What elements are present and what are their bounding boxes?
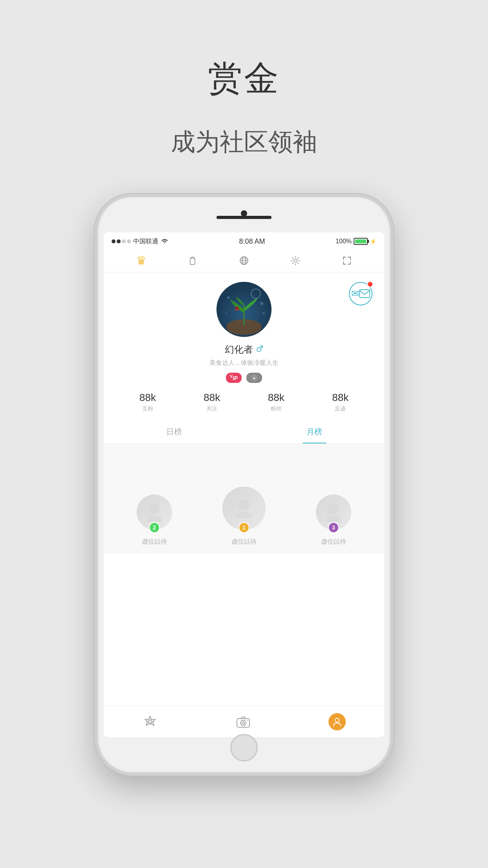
avatar-image [216,282,272,337]
svg-point-21 [238,500,250,511]
rank-avatar-1: 1 [222,487,266,530]
speaker [216,216,272,219]
gender-icon [256,345,263,354]
footprints-label: 足迹 [335,405,346,412]
globe-nav-item[interactable] [238,255,250,266]
status-right: 100% ⚡ [336,238,376,245]
battery-percent: 100% [336,238,352,245]
mutual-follow-label: 互粉 [142,405,153,412]
rank-avatar-2: 2 [137,495,172,530]
svg-point-28 [240,720,246,726]
svg-point-29 [242,722,244,724]
following-label: 关注 [206,405,217,412]
rank-item-3[interactable]: 3 虚位以待 [316,495,351,546]
ranking-tabs: 日榜 月榜 [104,420,384,444]
signal-dot-4 [127,239,131,243]
wifi-icon [161,238,169,245]
user-avatar[interactable] [216,282,272,337]
scan-nav-item[interactable] [341,255,352,266]
vip-badge: VIP [226,373,242,383]
stats-row: 88k 互粉 88k 关注 88k 粉丝 88k 足迹 [112,392,376,412]
bottom-tab-home[interactable] [142,714,158,730]
rank-name-1: 虚位以待 [231,538,257,546]
bottom-tab-camera[interactable] [235,714,251,730]
battery-fill [355,239,366,243]
svg-point-22 [328,504,339,515]
home-button[interactable] [230,734,258,761]
home-icon [142,714,158,730]
stat-followers[interactable]: 88k 粉丝 [268,392,284,412]
tab-daily[interactable]: 日榜 [104,420,244,443]
bag-nav-item[interactable] [187,255,198,266]
rank-name-3: 虚位以待 [321,538,346,546]
battery-box [354,238,368,245]
power-button [390,346,393,394]
svg-point-20 [149,504,160,515]
svg-point-15 [226,313,227,314]
ranking-section: 2 虚位以待 1 虚位以待 [104,444,384,554]
rank-avatar-3: 3 [316,495,351,530]
crown-nav-item[interactable]: ♛ [136,254,147,267]
svg-rect-30 [247,720,248,721]
user-bio: 美食达人，体验冷暖人生 [209,359,279,367]
followers-label: 粉丝 [271,405,282,412]
bag-icon [187,255,198,266]
username: 幻化者 [225,343,263,356]
bottom-tab-bar [104,706,384,737]
svg-text:●: ● [253,376,255,380]
signal-strength [112,239,131,243]
level-badge: ● [246,373,262,383]
carrier-name: 中国联通 [133,237,158,246]
status-left: 中国联通 [112,237,169,246]
profile-icon [328,713,346,730]
volume-up-button [95,331,98,362]
crown-icon: ♛ [136,254,147,267]
globe-icon [238,255,250,266]
signal-dot-2 [117,239,121,243]
signal-dot-1 [112,239,116,243]
rank-badge-2: 2 [149,522,160,533]
stat-following[interactable]: 88k 关注 [204,392,220,412]
tab-monthly[interactable]: 月榜 [244,420,384,443]
svg-point-9 [235,307,239,311]
message-button[interactable] [349,282,372,305]
svg-point-5 [294,259,297,262]
footprints-count: 88k [332,392,349,404]
svg-point-11 [237,308,238,309]
settings-icon [290,255,301,266]
svg-point-16 [263,313,265,314]
profile-section: 幻化者 美食达人，体验冷暖人生 VIP [104,272,384,420]
rank-badge-1: 1 [238,522,250,533]
mute-button [95,299,98,319]
svg-point-13 [227,296,229,299]
rank-item-2[interactable]: 2 虚位以待 [137,495,172,546]
battery-indicator [354,238,368,245]
followers-count: 88k [268,392,284,404]
scan-icon [341,255,352,266]
rank-name-2: 虚位以待 [142,538,167,546]
rank-badge-3: 3 [328,522,339,533]
camera-icon [235,714,251,730]
svg-rect-6 [360,290,370,298]
page-subtitle: 成为社区领袖 [171,125,317,158]
charging-icon: ⚡ [370,238,376,245]
volume-down-button [95,370,98,401]
following-count: 88k [204,392,220,404]
rank-item-1[interactable]: 1 虚位以待 [222,487,266,546]
mutual-follow-count: 88k [139,392,156,404]
envelope-icon [359,289,370,298]
status-bar: 中国联通 8:08 AM 100% ⚡ [104,232,384,249]
message-badge [367,281,373,287]
stat-mutual-follow[interactable]: 88k 互粉 [139,392,156,412]
nav-icons-row: ♛ [104,249,384,272]
settings-nav-item[interactable] [290,255,301,266]
svg-point-14 [260,302,263,305]
page-title: 赏金 [208,55,280,102]
svg-point-10 [236,308,237,309]
stat-footprints[interactable]: 88k 足迹 [332,392,349,412]
bottom-tab-profile[interactable] [328,713,346,730]
phone-mockup: 中国联通 8:08 AM 100% ⚡ [95,194,393,776]
signal-dot-3 [122,239,126,243]
user-badges: VIP ● [226,373,262,383]
phone-screen: 中国联通 8:08 AM 100% ⚡ [104,232,384,737]
